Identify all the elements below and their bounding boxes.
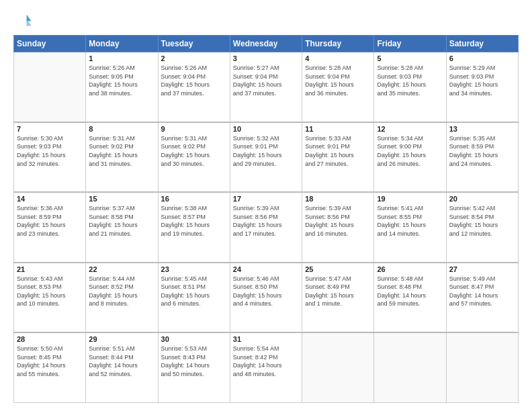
day-number: 5	[377, 54, 443, 62]
day-number: 30	[161, 335, 227, 343]
calendar-cell: 8Sunrise: 5:31 AM Sunset: 9:02 PM Daylig…	[86, 122, 158, 192]
calendar-cell: 28Sunrise: 5:50 AM Sunset: 8:45 PM Dayli…	[14, 332, 86, 402]
calendar-cell: 10Sunrise: 5:32 AM Sunset: 9:01 PM Dayli…	[230, 122, 302, 192]
calendar-cell: 19Sunrise: 5:41 AM Sunset: 8:55 PM Dayli…	[374, 192, 446, 262]
calendar-cell: 9Sunrise: 5:31 AM Sunset: 9:02 PM Daylig…	[158, 122, 230, 192]
day-number: 28	[17, 335, 83, 343]
day-info: Sunrise: 5:49 AM Sunset: 8:47 PM Dayligh…	[449, 275, 515, 308]
day-number: 15	[89, 195, 154, 203]
svg-marker-0	[27, 15, 32, 21]
day-info: Sunrise: 5:35 AM Sunset: 8:59 PM Dayligh…	[449, 134, 515, 168]
calendar-cell: 17Sunrise: 5:39 AM Sunset: 8:56 PM Dayli…	[230, 192, 302, 262]
day-info: Sunrise: 5:31 AM Sunset: 9:02 PM Dayligh…	[161, 134, 227, 168]
day-info: Sunrise: 5:48 AM Sunset: 8:48 PM Dayligh…	[377, 275, 443, 308]
calendar-cell: 23Sunrise: 5:45 AM Sunset: 8:51 PM Dayli…	[158, 263, 230, 332]
day-number: 27	[449, 265, 515, 273]
day-number: 13	[449, 125, 515, 133]
day-info: Sunrise: 5:28 AM Sunset: 9:03 PM Dayligh…	[377, 64, 443, 97]
day-info: Sunrise: 5:30 AM Sunset: 9:03 PM Dayligh…	[17, 134, 83, 168]
calendar-cell: 11Sunrise: 5:33 AM Sunset: 9:01 PM Dayli…	[302, 122, 374, 192]
day-info: Sunrise: 5:43 AM Sunset: 8:53 PM Dayligh…	[17, 275, 83, 308]
calendar-cell: 12Sunrise: 5:34 AM Sunset: 9:00 PM Dayli…	[374, 122, 446, 192]
day-info: Sunrise: 5:29 AM Sunset: 9:03 PM Dayligh…	[449, 64, 515, 97]
day-info: Sunrise: 5:54 AM Sunset: 8:42 PM Dayligh…	[233, 345, 299, 378]
calendar-cell: 15Sunrise: 5:37 AM Sunset: 8:58 PM Dayli…	[86, 192, 158, 262]
day-number: 12	[377, 125, 443, 133]
day-number: 29	[89, 335, 154, 343]
day-info: Sunrise: 5:51 AM Sunset: 8:44 PM Dayligh…	[89, 345, 154, 378]
calendar-cell: 4Sunrise: 5:28 AM Sunset: 9:04 PM Daylig…	[302, 52, 374, 122]
calendar-cell: 6Sunrise: 5:29 AM Sunset: 9:03 PM Daylig…	[446, 52, 518, 122]
day-info: Sunrise: 5:39 AM Sunset: 8:56 PM Dayligh…	[305, 204, 371, 238]
day-info: Sunrise: 5:38 AM Sunset: 8:57 PM Dayligh…	[161, 204, 227, 238]
day-info: Sunrise: 5:47 AM Sunset: 8:49 PM Dayligh…	[305, 275, 371, 308]
day-info: Sunrise: 5:28 AM Sunset: 9:04 PM Dayligh…	[305, 64, 371, 97]
calendar-cell: 22Sunrise: 5:44 AM Sunset: 8:52 PM Dayli…	[86, 263, 158, 332]
day-number: 2	[161, 54, 227, 62]
day-info: Sunrise: 5:46 AM Sunset: 8:50 PM Dayligh…	[233, 275, 299, 308]
day-number: 21	[17, 265, 83, 273]
day-info: Sunrise: 5:34 AM Sunset: 9:00 PM Dayligh…	[377, 134, 443, 168]
day-info: Sunrise: 5:33 AM Sunset: 9:01 PM Dayligh…	[305, 134, 371, 168]
logo-icon	[13, 11, 32, 30]
day-info: Sunrise: 5:41 AM Sunset: 8:55 PM Dayligh…	[377, 204, 443, 238]
calendar-cell: 24Sunrise: 5:46 AM Sunset: 8:50 PM Dayli…	[230, 263, 302, 332]
calendar-week-row: 1Sunrise: 5:26 AM Sunset: 9:05 PM Daylig…	[14, 52, 519, 122]
day-number: 10	[233, 125, 299, 133]
calendar-cell: 26Sunrise: 5:48 AM Sunset: 8:48 PM Dayli…	[374, 263, 446, 332]
day-number: 4	[305, 54, 371, 62]
day-number: 17	[233, 195, 299, 203]
calendar-cell: 30Sunrise: 5:53 AM Sunset: 8:43 PM Dayli…	[158, 332, 230, 402]
calendar-header-sunday: Sunday	[14, 36, 86, 52]
day-info: Sunrise: 5:31 AM Sunset: 9:02 PM Dayligh…	[89, 134, 154, 168]
logo-area	[13, 11, 34, 30]
calendar-cell: 7Sunrise: 5:30 AM Sunset: 9:03 PM Daylig…	[14, 122, 86, 192]
day-number: 6	[449, 54, 515, 62]
day-number: 16	[161, 195, 227, 203]
day-number: 11	[305, 125, 371, 133]
day-number: 18	[305, 195, 371, 203]
calendar-cell: 13Sunrise: 5:35 AM Sunset: 8:59 PM Dayli…	[446, 122, 518, 192]
day-number: 9	[161, 125, 227, 133]
day-number: 22	[89, 265, 154, 273]
calendar-header-saturday: Saturday	[446, 36, 518, 52]
day-number: 23	[161, 265, 227, 273]
header	[13, 11, 519, 30]
page: SundayMondayTuesdayWednesdayThursdayFrid…	[0, 0, 532, 411]
calendar-header-thursday: Thursday	[302, 36, 374, 52]
calendar-week-row: 14Sunrise: 5:36 AM Sunset: 8:59 PM Dayli…	[14, 192, 519, 262]
day-number: 1	[89, 54, 154, 62]
day-number: 7	[17, 125, 83, 133]
calendar-cell: 16Sunrise: 5:38 AM Sunset: 8:57 PM Dayli…	[158, 192, 230, 262]
calendar-cell: 2Sunrise: 5:26 AM Sunset: 9:04 PM Daylig…	[158, 52, 230, 122]
day-number: 14	[17, 195, 83, 203]
day-number: 24	[233, 265, 299, 273]
calendar-cell: 1Sunrise: 5:26 AM Sunset: 9:05 PM Daylig…	[86, 52, 158, 122]
calendar-cell: 31Sunrise: 5:54 AM Sunset: 8:42 PM Dayli…	[230, 332, 302, 402]
day-info: Sunrise: 5:39 AM Sunset: 8:56 PM Dayligh…	[233, 204, 299, 238]
calendar-cell: 29Sunrise: 5:51 AM Sunset: 8:44 PM Dayli…	[86, 332, 158, 402]
day-info: Sunrise: 5:36 AM Sunset: 8:59 PM Dayligh…	[17, 204, 83, 238]
calendar-week-row: 7Sunrise: 5:30 AM Sunset: 9:03 PM Daylig…	[14, 122, 519, 192]
calendar-week-row: 28Sunrise: 5:50 AM Sunset: 8:45 PM Dayli…	[14, 332, 519, 402]
day-info: Sunrise: 5:37 AM Sunset: 8:58 PM Dayligh…	[89, 204, 154, 238]
calendar-header-row: SundayMondayTuesdayWednesdayThursdayFrid…	[14, 36, 519, 52]
calendar-header-wednesday: Wednesday	[230, 36, 302, 52]
calendar-header-friday: Friday	[374, 36, 446, 52]
day-info: Sunrise: 5:32 AM Sunset: 9:01 PM Dayligh…	[233, 134, 299, 168]
day-info: Sunrise: 5:45 AM Sunset: 8:51 PM Dayligh…	[161, 275, 227, 308]
calendar-cell: 27Sunrise: 5:49 AM Sunset: 8:47 PM Dayli…	[446, 263, 518, 332]
calendar-cell: 21Sunrise: 5:43 AM Sunset: 8:53 PM Dayli…	[14, 263, 86, 332]
calendar-cell	[14, 52, 86, 122]
day-number: 31	[233, 335, 299, 343]
calendar-cell: 25Sunrise: 5:47 AM Sunset: 8:49 PM Dayli…	[302, 263, 374, 332]
day-info: Sunrise: 5:42 AM Sunset: 8:54 PM Dayligh…	[449, 204, 515, 238]
day-number: 26	[377, 265, 443, 273]
day-number: 25	[305, 265, 371, 273]
calendar-cell	[374, 332, 446, 402]
day-number: 19	[377, 195, 443, 203]
calendar-cell: 20Sunrise: 5:42 AM Sunset: 8:54 PM Dayli…	[446, 192, 518, 262]
calendar-cell: 3Sunrise: 5:27 AM Sunset: 9:04 PM Daylig…	[230, 52, 302, 122]
day-info: Sunrise: 5:26 AM Sunset: 9:05 PM Dayligh…	[89, 64, 154, 97]
day-info: Sunrise: 5:44 AM Sunset: 8:52 PM Dayligh…	[89, 275, 154, 308]
